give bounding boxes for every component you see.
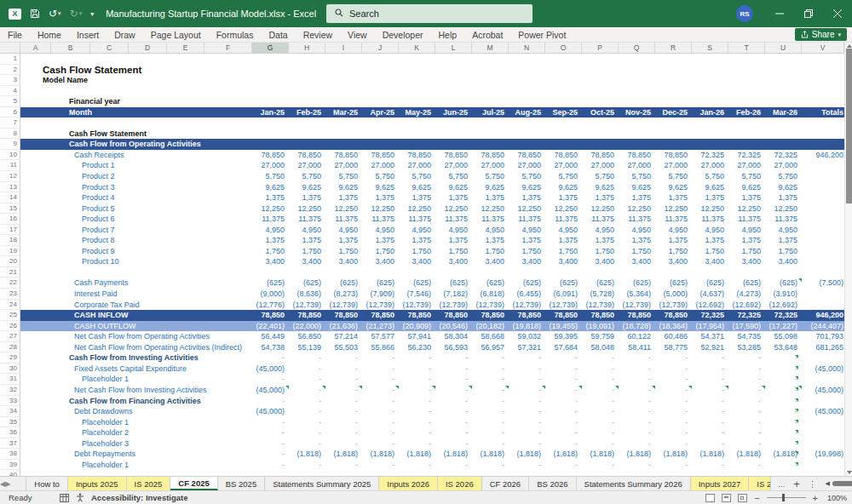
column-header-P[interactable]: P — [582, 43, 619, 53]
cell[interactable]: 1,375 — [472, 235, 509, 246]
row-label[interactable]: Product 9 — [20, 246, 252, 257]
cell[interactable]: 11,375 — [252, 214, 289, 225]
cell[interactable]: 27,000 — [435, 160, 472, 171]
cell[interactable]: - — [582, 438, 619, 450]
cell[interactable]: Mar-26 — [765, 107, 802, 118]
row-header-40[interactable]: 40 — [0, 470, 20, 476]
column-header-B[interactable]: B — [51, 43, 90, 53]
cell[interactable]: (22,401) — [252, 321, 289, 332]
cell[interactable]: - — [472, 364, 509, 375]
cell[interactable]: - — [362, 438, 399, 450]
cell[interactable]: - — [509, 427, 545, 438]
cell[interactable]: 12,250 — [399, 203, 435, 215]
cell[interactable]: 78,850 — [545, 150, 582, 161]
cell[interactable]: - — [435, 460, 472, 471]
cell[interactable]: - — [509, 417, 545, 428]
sheet-tab-bs-2026[interactable]: BS 2026 — [529, 477, 576, 490]
row-label[interactable]: Net Cash Flow from Operating Activities — [20, 331, 252, 342]
sheet-tab-bs-2025[interactable]: BS 2025 — [218, 477, 265, 490]
cell-total[interactable] — [802, 256, 844, 267]
cell[interactable]: 78,850 — [362, 150, 399, 161]
cell[interactable]: 9,625 — [728, 182, 765, 193]
row-header-18[interactable]: 18 — [0, 235, 20, 246]
cell[interactable]: (1,818) — [362, 449, 399, 460]
normal-view-icon[interactable] — [705, 494, 715, 502]
cell[interactable]: 11,375 — [435, 214, 472, 225]
cell[interactable]: - — [545, 406, 582, 417]
column-header-F[interactable]: F — [204, 43, 252, 53]
row-label[interactable]: Financial year — [20, 96, 252, 107]
cell[interactable]: - — [399, 396, 435, 407]
cell[interactable]: (12,739) — [619, 300, 655, 311]
cell[interactable]: - — [619, 406, 655, 417]
redo-dropdown-icon[interactable]: ▾ — [79, 10, 83, 17]
cell[interactable]: 11,375 — [362, 214, 399, 225]
cell[interactable]: 1,750 — [435, 246, 472, 257]
cell[interactable]: 4,950 — [289, 225, 325, 236]
cell[interactable]: 78,850 — [289, 310, 325, 321]
cell[interactable]: 27,000 — [399, 160, 435, 171]
cell[interactable]: 1,375 — [582, 192, 619, 203]
cell[interactable]: 12,250 — [435, 203, 472, 215]
cell[interactable]: - — [362, 385, 399, 396]
cell[interactable]: (12,739) — [362, 300, 399, 311]
cell[interactable]: 5,750 — [289, 171, 325, 182]
cell[interactable]: 12,250 — [362, 203, 399, 215]
zoom-in-icon[interactable]: + — [813, 493, 818, 503]
cell[interactable]: - — [289, 460, 325, 471]
cell[interactable]: (7,546) — [399, 289, 435, 300]
cell[interactable]: - — [582, 374, 619, 385]
cell[interactable]: (12,692) — [728, 300, 765, 311]
cell[interactable]: 11,375 — [728, 214, 765, 225]
cell[interactable]: 58,668 — [472, 331, 509, 342]
cell-total[interactable]: (7,500) — [802, 278, 844, 289]
cell[interactable]: - — [692, 460, 728, 471]
row-header-13[interactable]: 13 — [0, 182, 20, 193]
menu-tab-file[interactable]: File — [0, 30, 30, 40]
cell[interactable]: (1,818) — [325, 449, 362, 460]
cell[interactable]: 1,375 — [252, 235, 289, 246]
cell[interactable]: (1,818) — [472, 449, 509, 460]
cell[interactable]: - — [472, 396, 509, 407]
cell[interactable]: 54,371 — [692, 331, 728, 342]
cell[interactable]: 78,850 — [435, 150, 472, 161]
cell[interactable]: (3,910) — [765, 289, 802, 300]
cell[interactable]: Feb-25 — [289, 107, 325, 118]
cell-total[interactable] — [802, 438, 844, 450]
cell[interactable]: - — [692, 374, 728, 385]
cell[interactable]: 9,625 — [399, 182, 435, 193]
row-header-34[interactable]: 34 — [0, 406, 20, 417]
cell[interactable]: 56,449 — [252, 331, 289, 342]
excel-app-icon[interactable]: X — [9, 9, 21, 20]
cell[interactable]: 78,850 — [399, 310, 435, 321]
cell[interactable]: - — [728, 396, 765, 407]
cell[interactable]: (12,739) — [472, 300, 509, 311]
cell[interactable]: (625) — [362, 278, 399, 289]
cell[interactable]: 1,750 — [289, 246, 325, 257]
cell[interactable]: - — [619, 460, 655, 471]
zoom-level[interactable]: 100% — [825, 494, 847, 502]
row-label[interactable]: Product 8 — [20, 235, 252, 246]
cell[interactable]: 1,375 — [728, 235, 765, 246]
cell[interactable]: 9,625 — [289, 182, 325, 193]
cell[interactable]: (625) — [765, 278, 802, 289]
cell[interactable]: - — [435, 374, 472, 385]
cell[interactable]: 1,750 — [362, 246, 399, 257]
cell[interactable]: - — [728, 385, 765, 396]
cell-total[interactable]: 946,200 — [802, 150, 844, 161]
cell[interactable]: - — [692, 385, 728, 396]
cell[interactable]: 11,375 — [655, 214, 692, 225]
row-label[interactable]: Product 10 — [20, 256, 252, 267]
sheet-tab-inputs-2025[interactable]: Inputs 2025 — [68, 477, 127, 490]
undo-button[interactable]: ↺▾ — [49, 8, 61, 20]
cell[interactable]: 59,395 — [545, 331, 582, 342]
cell[interactable]: 3,400 — [472, 256, 509, 267]
cell[interactable]: 1,750 — [619, 246, 655, 257]
row-label[interactable]: Corporate Tax Paid — [20, 300, 252, 311]
cell[interactable]: - — [545, 438, 582, 450]
row-label[interactable]: Model Name — [20, 75, 252, 86]
cell[interactable]: 12,250 — [692, 203, 728, 215]
cell[interactable]: (12,776) — [252, 300, 289, 311]
cell[interactable]: Sep-25 — [545, 107, 582, 118]
menu-tab-acrobat[interactable]: Acrobat — [464, 30, 510, 40]
